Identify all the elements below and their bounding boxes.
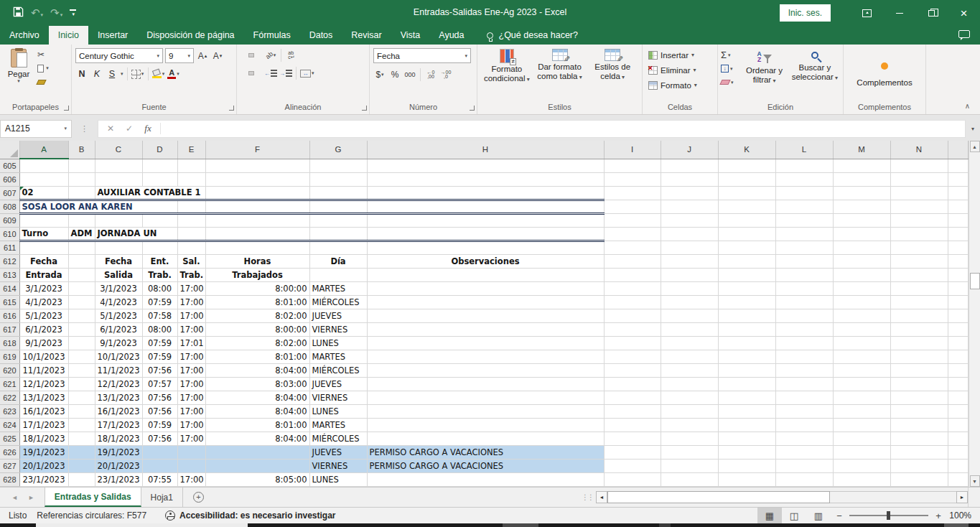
cell-C613[interactable]: Salida (95, 268, 142, 281)
align-bottom-button[interactable] (256, 53, 262, 57)
normal-view-icon[interactable]: ▦ (757, 508, 782, 523)
cell-A622[interactable]: 13/1/2023 (19, 391, 68, 404)
cell-K623[interactable] (718, 404, 775, 418)
conditional-formatting-button[interactable]: Formato condicional (480, 47, 533, 84)
scroll-left-icon[interactable]: ◄ (596, 491, 607, 503)
row-header-626[interactable]: 626 (0, 445, 19, 459)
cell-J606[interactable] (661, 172, 718, 186)
align-right-button[interactable] (256, 71, 262, 75)
cell-H614[interactable] (367, 281, 604, 295)
cell-E626[interactable] (177, 445, 205, 459)
cell-K612[interactable] (718, 254, 775, 268)
cell-D627[interactable] (142, 459, 177, 472)
font-name-combo[interactable]: Century Gothic▾ (75, 48, 163, 63)
cell-B605[interactable] (68, 159, 95, 172)
cell-F611[interactable] (205, 241, 309, 254)
cell-A623[interactable]: 16/1/2023 (19, 404, 68, 418)
tab-insertar[interactable]: Insertar (88, 26, 137, 45)
tab-inicio[interactable]: Inicio (49, 26, 88, 45)
cell-I627[interactable] (604, 459, 661, 472)
cell-B606[interactable] (68, 172, 95, 186)
cell-J621[interactable] (661, 377, 718, 391)
row-header-605[interactable]: 605 (0, 159, 19, 172)
increase-decimal-button[interactable]: ←0,00 (424, 67, 437, 82)
cell-C616[interactable]: 5/1/2023 (95, 309, 142, 322)
cell-M624[interactable] (833, 418, 890, 432)
cell-E620[interactable]: 17:00 (177, 363, 205, 377)
cell-L617[interactable] (775, 322, 833, 336)
cell-x616[interactable] (948, 309, 968, 322)
restore-button[interactable] (915, 0, 948, 26)
cell-A609[interactable] (19, 213, 68, 227)
cell-C623[interactable]: 16/1/2023 (95, 404, 142, 418)
cell-M618[interactable] (833, 336, 890, 350)
row-header-608[interactable]: 608 (0, 200, 19, 213)
sheet-nav-right-icon[interactable]: ► (28, 494, 34, 501)
cell-K605[interactable] (718, 159, 775, 172)
cell-E605[interactable] (177, 159, 205, 172)
cell-I624[interactable] (604, 418, 661, 432)
cell-I609[interactable] (604, 213, 661, 227)
cell-G620[interactable]: MIÉRCOLES (309, 363, 367, 377)
column-header-G[interactable]: G (309, 141, 367, 159)
paste-button[interactable]: Pegar ▾ (3, 47, 34, 99)
cell-D624[interactable]: 07:59 (142, 418, 177, 432)
cell-F608[interactable] (205, 200, 309, 213)
align-top-button[interactable] (241, 53, 246, 57)
cell-B620[interactable] (68, 363, 95, 377)
cell-H627[interactable]: PERMISO CARGO A VACACIONES (367, 459, 604, 472)
cell-D622[interactable]: 07:56 (142, 391, 177, 404)
column-header-L[interactable]: L (775, 141, 833, 159)
cell-D616[interactable]: 07:58 (142, 309, 177, 322)
cell-H619[interactable] (367, 350, 604, 363)
cell-E619[interactable]: 17:00 (177, 350, 205, 363)
redo-button[interactable]: ↷▾ (50, 6, 62, 19)
tell-me-search[interactable]: ¿Qué desea hacer? (487, 26, 579, 45)
cell-H607[interactable] (367, 186, 604, 200)
cell-A607[interactable]: 02 (19, 186, 68, 200)
percent-format-button[interactable]: % (388, 67, 401, 82)
cell-N606[interactable] (890, 172, 948, 186)
column-header-N[interactable]: N (890, 141, 948, 159)
row-header-620[interactable]: 620 (0, 363, 19, 377)
column-header-F[interactable]: F (205, 141, 309, 159)
cell-N611[interactable] (890, 241, 948, 254)
tab-disposición-de-página[interactable]: Disposición de página (137, 26, 243, 45)
cell-N622[interactable] (890, 391, 948, 404)
cell-I618[interactable] (604, 336, 661, 350)
row-header-613[interactable]: 613 (0, 268, 19, 281)
align-left-button[interactable] (241, 71, 246, 75)
cell-L626[interactable] (775, 445, 833, 459)
enter-icon[interactable]: ✓ (120, 123, 139, 134)
cell-H616[interactable] (367, 309, 604, 322)
row-header-614[interactable]: 614 (0, 281, 19, 295)
cell-C628[interactable]: 23/1/2023 (95, 472, 142, 486)
cell-M622[interactable] (833, 391, 890, 404)
cell-J612[interactable] (661, 254, 718, 268)
cell-x612[interactable] (948, 254, 968, 268)
cell-J609[interactable] (661, 213, 718, 227)
font-dialog-launcher[interactable] (229, 106, 234, 111)
cell-H622[interactable] (367, 391, 604, 404)
horizontal-scrollbar[interactable]: ◄ ► (596, 488, 968, 507)
cell-N619[interactable] (890, 350, 948, 363)
cell-C624[interactable]: 17/1/2023 (95, 418, 142, 432)
cell-A616[interactable]: 5/1/2023 (19, 309, 68, 322)
cell-M605[interactable] (833, 159, 890, 172)
cell-E617[interactable]: 17:00 (177, 322, 205, 336)
vertical-scroll-thumb[interactable] (970, 273, 980, 289)
cell-D605[interactable] (142, 159, 177, 172)
cell-D615[interactable]: 07:59 (142, 295, 177, 309)
cell-G617[interactable]: VIERNES (309, 322, 367, 336)
cell-K625[interactable] (718, 432, 775, 445)
row-header-615[interactable]: 615 (0, 295, 19, 309)
cell-K606[interactable] (718, 172, 775, 186)
cell-C612[interactable]: Fecha (95, 254, 142, 268)
accessibility-status[interactable]: Accesibilidad: es necesario investigar (165, 510, 335, 521)
cell-H617[interactable] (367, 322, 604, 336)
cell-J617[interactable] (661, 322, 718, 336)
cell-C618[interactable]: 9/1/2023 (95, 336, 142, 350)
cell-M612[interactable] (833, 254, 890, 268)
cell-I613[interactable] (604, 268, 661, 281)
column-header-K[interactable]: K (718, 141, 775, 159)
